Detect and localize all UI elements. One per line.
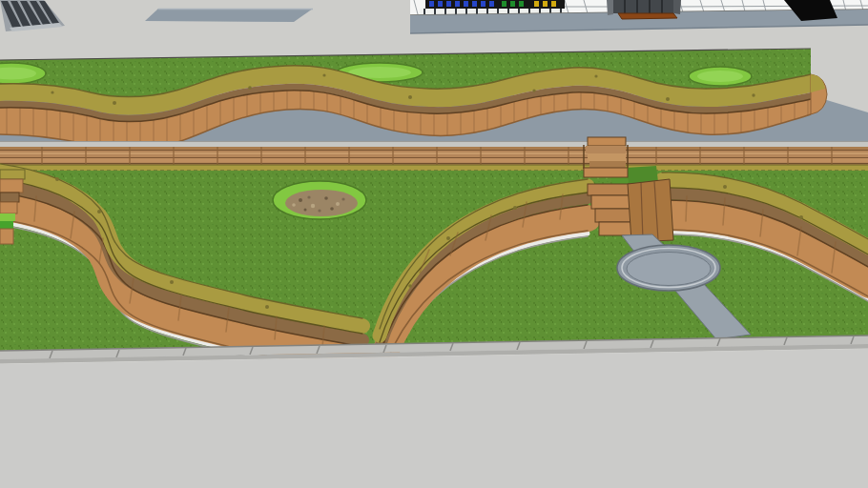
timber-edge-cap	[0, 165, 868, 171]
lower-plaza-ground	[0, 349, 868, 488]
upper-terrace	[0, 49, 868, 150]
stair-top-block	[588, 137, 626, 146]
planting-circle	[273, 181, 366, 219]
door-mat	[618, 13, 677, 19]
elevated-walkway-left	[145, 9, 313, 22]
plaza-inner-disc	[627, 253, 711, 286]
door-jamb-left	[607, 0, 613, 15]
bike-row	[429, 1, 556, 7]
entrance-door	[613, 0, 673, 13]
scene-canvas	[0, 0, 868, 488]
stair-side-wall	[628, 179, 673, 242]
tree-pit-center	[697, 71, 743, 82]
door-jamb-right	[673, 0, 681, 14]
circular-plaza[interactable]	[617, 245, 720, 291]
gravel-bed	[285, 190, 358, 216]
timber-edge-wall	[0, 147, 868, 165]
model-viewport[interactable]	[0, 0, 868, 488]
walkway-wedge	[145, 9, 313, 22]
